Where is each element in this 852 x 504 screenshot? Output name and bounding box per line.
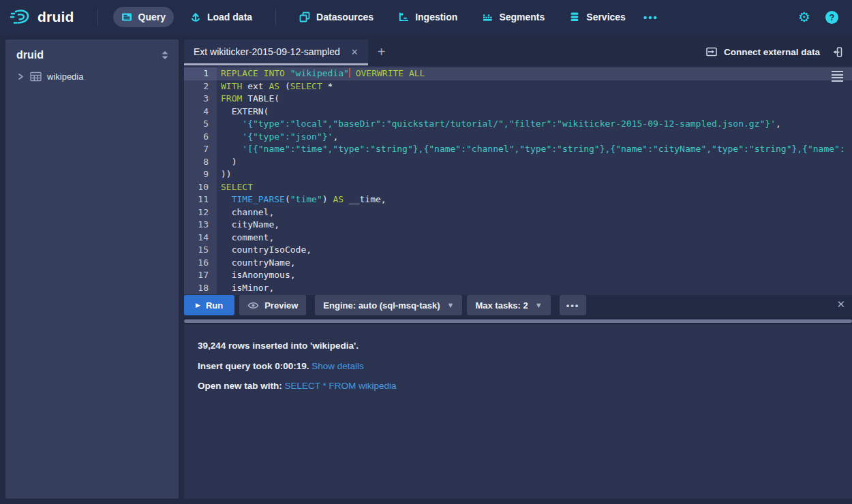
- editor-line[interactable]: 6 '{"type":"json"}',: [184, 131, 852, 144]
- chevron-down-icon: ▼: [447, 301, 455, 309]
- ingestion-icon: [398, 12, 409, 22]
- editor-line[interactable]: 10SELECT: [184, 181, 852, 194]
- nav-item-label: Services: [586, 12, 626, 22]
- code-text: '{"type":"json"}',: [217, 131, 338, 144]
- schema-sidebar: druid wikipedia: [5, 40, 179, 499]
- line-number: 16: [184, 257, 217, 270]
- code-text: channel,: [217, 206, 274, 219]
- code-text: ): [217, 156, 237, 169]
- results-panel: 39,244 rows inserted into 'wikipedia'. I…: [184, 324, 852, 499]
- run-toolbar: ▶ Run Preview Engine: auto (sql-msq-task…: [184, 295, 852, 317]
- line-number: 3: [184, 93, 217, 106]
- editor-line[interactable]: 14 comment,: [184, 232, 852, 245]
- editor-menu-icon[interactable]: [832, 71, 843, 83]
- editor-line[interactable]: 18 isMinor,: [184, 282, 852, 295]
- select-query-link[interactable]: SELECT * FROM wikipedia: [285, 381, 397, 391]
- code-text: isAnonymous,: [217, 269, 296, 282]
- new-tab-button[interactable]: +: [378, 44, 386, 60]
- sidebar-item-label: wikipedia: [47, 72, 83, 82]
- nav-item-ingestion[interactable]: Ingestion: [390, 7, 466, 27]
- sort-icon[interactable]: [161, 50, 169, 60]
- open-new-tab-text: Open new tab with:: [198, 381, 285, 391]
- nav-item-load-data[interactable]: Load data: [182, 7, 260, 27]
- run-button[interactable]: ▶ Run: [184, 295, 234, 315]
- editor-line[interactable]: 4 EXTERN(: [184, 106, 852, 119]
- editor-line[interactable]: 7 '[{"name":"time","type":"string"},{"na…: [184, 143, 852, 156]
- nav-item-label: Datasources: [316, 12, 374, 22]
- editor-line[interactable]: 9)): [184, 168, 852, 181]
- line-number: 7: [184, 143, 217, 156]
- code-text: isMinor,: [217, 282, 274, 295]
- load-data-icon: [190, 12, 201, 22]
- editor-line[interactable]: 16 countryName,: [184, 257, 852, 270]
- help-icon[interactable]: ?: [825, 11, 838, 24]
- query-tab-bar: Ext wikiticker-2015-09-12-sampled ✕ + Co…: [184, 40, 852, 64]
- editor-line[interactable]: 1REPLACE INTO "wikipedia" OVERWRITE ALL: [184, 67, 852, 80]
- nav-item-label: Ingestion: [415, 12, 457, 22]
- table-icon: [30, 72, 42, 82]
- query-icon: [121, 12, 132, 22]
- splitter-handle[interactable]: [184, 319, 852, 323]
- code-text: REPLACE INTO "wikipedia" OVERWRITE ALL: [217, 67, 425, 80]
- panel-toggle-icon[interactable]: [832, 46, 842, 58]
- line-number: 17: [184, 269, 217, 282]
- line-number: 1: [184, 67, 217, 80]
- play-icon: ▶: [196, 302, 200, 309]
- services-icon: [569, 12, 580, 22]
- sidebar-item-wikipedia[interactable]: wikipedia: [5, 68, 179, 85]
- sql-editor[interactable]: 1REPLACE INTO "wikipedia" OVERWRITE ALL2…: [184, 66, 852, 295]
- preview-button[interactable]: Preview: [239, 295, 306, 315]
- topnav-right: ⚙ ?: [798, 10, 838, 24]
- close-icon[interactable]: ✕: [350, 46, 360, 59]
- line-number: 5: [184, 118, 217, 131]
- connect-external-data-button[interactable]: Connect external data: [705, 46, 820, 57]
- line-number: 10: [184, 181, 217, 194]
- duration-text: Insert query took 0:00:19.: [198, 361, 311, 371]
- chevron-right-icon[interactable]: [16, 72, 25, 81]
- splitter-band: [184, 317, 852, 324]
- run-label: Run: [206, 300, 223, 311]
- editor-line[interactable]: 5 '{"type":"local","baseDir":"quickstart…: [184, 118, 852, 131]
- editor-line[interactable]: 3FROM TABLE(: [184, 93, 852, 106]
- show-details-link[interactable]: Show details: [311, 361, 364, 371]
- connect-external-data-icon: [705, 46, 718, 57]
- preview-label: Preview: [264, 300, 298, 311]
- nav-item-label: Load data: [207, 12, 252, 22]
- close-results-icon[interactable]: ✕: [830, 295, 852, 314]
- nav-more-button[interactable]: •••: [638, 7, 664, 27]
- editor-line[interactable]: 8 ): [184, 156, 852, 169]
- gear-icon[interactable]: ⚙: [798, 10, 810, 24]
- code-text: '[{"name":"time","type":"string"},{"name…: [217, 143, 845, 156]
- code-text: WITH ext AS (SELECT *: [217, 80, 333, 93]
- sidebar-header: druid: [5, 40, 179, 68]
- editor-lines: 1REPLACE INTO "wikipedia" OVERWRITE ALL2…: [184, 67, 852, 294]
- nav-item-segments[interactable]: Segments: [474, 7, 553, 27]
- editor-line[interactable]: 17 isAnonymous,: [184, 269, 852, 282]
- nav-item-datasources[interactable]: Datasources: [291, 7, 382, 27]
- nav-item-services[interactable]: Services: [561, 7, 634, 27]
- editor-line[interactable]: 15 countryIsoCode,: [184, 244, 852, 257]
- nav-divider: [275, 9, 276, 25]
- max-tasks-dropdown[interactable]: Max tasks: 2 ▼: [467, 295, 550, 315]
- code-text: cityName,: [217, 219, 279, 232]
- editor-line[interactable]: 2WITH ext AS (SELECT *: [184, 80, 852, 93]
- code-text: FROM TABLE(: [217, 93, 279, 106]
- code-text: '{"type":"local","baseDir":"quickstart/t…: [217, 118, 781, 131]
- nav-item-query[interactable]: Query: [113, 7, 174, 27]
- editor-line[interactable]: 13 cityName,: [184, 219, 852, 232]
- segments-icon: [482, 12, 493, 22]
- line-number: 18: [184, 282, 217, 295]
- druid-logo[interactable]: druid: [10, 7, 74, 27]
- line-number: 14: [184, 232, 217, 245]
- line-number: 2: [184, 80, 217, 93]
- editor-line[interactable]: 11 TIME_PARSE("time") AS __time,: [184, 193, 852, 206]
- rows-inserted-message: 39,244 rows inserted into 'wikipedia'.: [198, 341, 838, 351]
- tab-ext-wikiticker[interactable]: Ext wikiticker-2015-09-12-sampled ✕: [184, 40, 368, 64]
- top-nav: druid Query Load data: [0, 0, 852, 34]
- sidebar-title: druid: [16, 49, 44, 61]
- editor-line[interactable]: 12 channel,: [184, 206, 852, 219]
- open-new-tab-message: Open new tab with: SELECT * FROM wikiped…: [198, 381, 838, 391]
- toolbar-more-button[interactable]: •••: [560, 295, 587, 315]
- engine-dropdown[interactable]: Engine: auto (sql-msq-task) ▼: [315, 295, 462, 315]
- code-text: SELECT: [217, 181, 253, 194]
